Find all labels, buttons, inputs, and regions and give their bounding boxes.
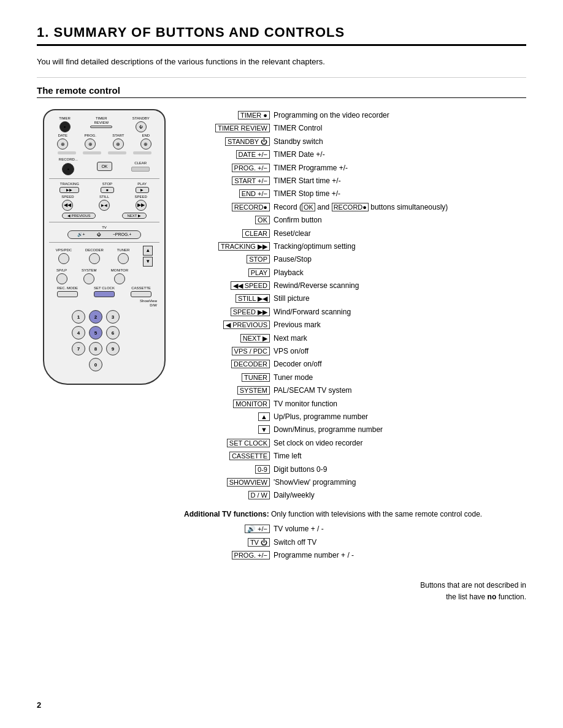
ann-key-vpspdc: VPS / PDC: [184, 345, 270, 357]
remote-tracking-btn[interactable]: ▶▶: [59, 187, 79, 193]
ann-key-monitor: MONITOR: [184, 398, 270, 410]
remote-btn-1[interactable]: 1: [72, 310, 85, 324]
additional-section: Additional TV functions: Only function w…: [184, 508, 526, 562]
ann-key-play: PLAY: [184, 267, 270, 279]
remote-end-label: END: [142, 134, 150, 138]
remote-speed-rev-btn[interactable]: ◀◀: [62, 200, 73, 211]
remote-btn-2[interactable]: 2: [89, 310, 102, 324]
remote-dw-label: D/W: [49, 303, 159, 307]
ann-key-decoder: DECODER: [184, 358, 270, 370]
ann-desc-vpspdc: VPS on/off: [274, 345, 526, 357]
remote-end-btn[interactable]: ⊕: [140, 138, 151, 150]
remote-timer-review-btn[interactable]: [90, 126, 112, 128]
ann-key-tvvol: 🔊 +/−: [184, 523, 270, 535]
remote-date-btn[interactable]: ⊕: [57, 138, 68, 150]
ann-key-tvoff: TV ⏻: [184, 536, 270, 548]
ann-desc-previous: Previous mark: [274, 319, 526, 331]
remote-numpad: 1 2 3 4 5 6 7 8 9: [49, 310, 159, 371]
ann-desc-setclock: Set clock on video recorder: [274, 437, 526, 449]
remote-vpspdc-label: VPS/PDC: [56, 248, 72, 252]
remote-previous-btn[interactable]: ◀ PREVIOUS: [62, 213, 96, 219]
remote-btn-6[interactable]: 6: [106, 326, 120, 339]
remote-recmode-label: REC. MODE: [57, 286, 78, 290]
remote-start-btn[interactable]: ⊕: [113, 138, 124, 150]
remote-setclock-btn[interactable]: [94, 291, 115, 297]
ann-desc-prog: TIMER Programme +/-: [274, 162, 526, 174]
ann-key-standby: STANDBY ⏻: [184, 135, 270, 148]
remote-record-label: RECORD...: [59, 157, 78, 162]
ann-key-tuner: TUNER: [184, 371, 270, 384]
remote-timer-btn[interactable]: ●: [59, 121, 71, 132]
remote-ok-btn[interactable]: OK: [97, 162, 112, 171]
remote-speed-rev-label: SPEED: [61, 195, 74, 199]
remote-system-btn[interactable]: [83, 273, 94, 284]
remote-play-label: PLAY: [137, 182, 147, 186]
section-title: The remote control: [37, 85, 526, 98]
remote-monitor-btn[interactable]: [114, 273, 125, 284]
remote-splp-btn[interactable]: [56, 273, 67, 284]
ann-key-stop: STOP: [184, 253, 270, 265]
ann-desc-down: Down/Minus, programme number: [274, 423, 526, 436]
ann-desc-play: Playback: [274, 267, 526, 279]
ann-desc-showview: 'ShowView' programming: [274, 476, 526, 488]
remote-btn-4[interactable]: 4: [72, 326, 85, 339]
page-number: 2: [37, 700, 41, 710]
ann-key-timer-review: TIMER REVIEW: [184, 122, 270, 134]
remote-tv-label: TV: [49, 226, 159, 229]
remote-timer-review-label: TIMERREVIEW: [94, 116, 109, 125]
ann-key-09: 0-9: [184, 463, 270, 476]
ann-key-showview: SHOWVIEW: [184, 476, 270, 488]
remote-btn-3[interactable]: 3: [106, 310, 120, 324]
remote-still-label: STILL: [99, 195, 109, 199]
ann-desc-start: TIMER Start time +/-: [274, 175, 526, 187]
remote-date-label: DATE: [58, 134, 67, 138]
remote-decoder-label: DECODER: [85, 248, 104, 252]
remote-up-btn[interactable]: ▲: [143, 246, 153, 256]
remote-recmode-btn[interactable]: [57, 291, 78, 297]
remote-play-btn[interactable]: ▶: [136, 187, 149, 193]
remote-next-btn[interactable]: NEXT ▶: [122, 213, 147, 219]
remote-cassette-btn[interactable]: [131, 291, 151, 297]
ann-desc-record: Record (OK and RECORD● buttons simultane…: [274, 201, 526, 213]
remote-btn-7[interactable]: 7: [72, 342, 85, 355]
remote-showview-label: ShowView: [49, 299, 159, 303]
intro-paragraph: You will find detailed descriptions of t…: [37, 57, 526, 66]
ann-key-clear: CLEAR: [184, 227, 270, 240]
ann-key-still: STILL ▶◀: [184, 292, 270, 305]
ann-desc-tracking: Tracking/optimum setting: [274, 240, 526, 252]
remote-tuner-label: TUNER: [117, 248, 130, 252]
ann-desc-speed-rev: Rewind/Reverse scanning: [274, 279, 526, 292]
ann-desc-decoder: Decoder on/off: [274, 358, 526, 370]
remote-splp-label: SP/LP: [56, 268, 67, 273]
remote-btn-9[interactable]: 9: [106, 342, 120, 355]
ann-key-progpm: PROG. +/−: [184, 549, 270, 561]
remote-speed-fwd-btn[interactable]: ▶▶: [136, 200, 147, 211]
remote-btn-8[interactable]: 8: [89, 342, 102, 355]
ann-desc-next: Next mark: [274, 332, 526, 344]
ann-desc-tvoff: Switch off TV: [274, 536, 526, 548]
ann-key-system: SYSTEM: [184, 384, 270, 396]
remote-prog-label: PROG.: [85, 134, 96, 138]
remote-tuner-btn[interactable]: [118, 253, 129, 264]
ann-desc-tvvol: TV volume + / -: [274, 523, 526, 535]
remote-tv-bar[interactable]: 🔊+⏻−PROG.+: [67, 230, 141, 239]
ann-key-end: END +/−: [184, 188, 270, 200]
remote-record-btn[interactable]: ●: [62, 163, 74, 175]
remote-decoder-btn[interactable]: [89, 253, 100, 264]
ann-desc-stop: Pause/Stop: [274, 253, 526, 265]
ann-key-previous: ◀ PREVIOUS: [184, 319, 270, 331]
remote-stop-btn[interactable]: ■: [101, 187, 114, 193]
remote-vpspdc-btn[interactable]: [58, 253, 69, 264]
remote-monitor-label: MONITOR: [111, 268, 128, 273]
ann-desc-clear: Reset/clear: [274, 227, 526, 240]
remote-down-btn[interactable]: ▼: [143, 257, 153, 267]
remote-prog-btn[interactable]: ⊕: [85, 138, 96, 150]
remote-standby-btn[interactable]: ⏻: [136, 121, 147, 132]
ann-desc-dw: Daily/weekly: [274, 489, 526, 501]
footer-line2: the list have no function.: [184, 591, 526, 603]
ann-key-speed-rev: ◀◀ SPEED: [184, 279, 270, 292]
remote-still-btn[interactable]: ▶◀: [99, 200, 110, 211]
remote-btn-0[interactable]: 0: [89, 358, 102, 371]
ann-desc-progpm: Programme number + / -: [274, 549, 526, 561]
remote-btn-5[interactable]: 5: [89, 326, 102, 339]
